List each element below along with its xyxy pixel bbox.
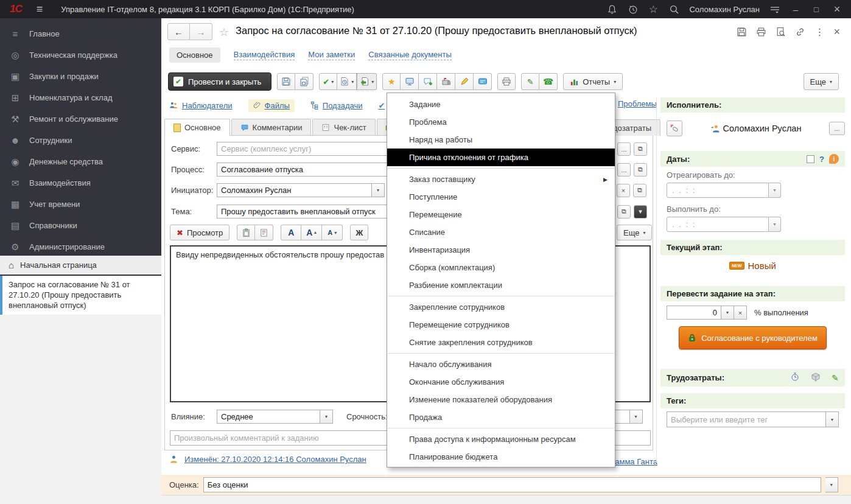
executor-more-button[interactable]: ...: [829, 122, 845, 135]
more-button[interactable]: Еще▾: [804, 73, 839, 90]
help-link[interactable]: ?: [819, 155, 824, 164]
menu-item-budget-planning[interactable]: Планирование бюджета: [387, 448, 615, 466]
service-settings-icon[interactable]: [769, 4, 780, 15]
favorite-star-icon[interactable]: ☆: [219, 26, 229, 39]
bold-button[interactable]: Ж: [350, 225, 368, 240]
tags-input[interactable]: [667, 411, 826, 427]
menu-item-access-rights[interactable]: Права доступа к информационным ресурсам: [387, 430, 615, 448]
subject-dropdown[interactable]: ▾: [634, 205, 647, 219]
observers-link[interactable]: Наблюдатели: [169, 101, 233, 110]
stopwatch-icon[interactable]: [790, 372, 800, 383]
menu-item-unassign-employees[interactable]: Снятие закрепления сотрудников: [387, 334, 615, 351]
complete-until-input[interactable]: . . : :: [667, 217, 769, 232]
history-icon[interactable]: [627, 4, 638, 15]
window-close-icon[interactable]: ×: [832, 4, 842, 15]
reports-button[interactable]: Отчеты▾: [563, 73, 623, 90]
react-until-input[interactable]: . . : :: [667, 183, 769, 198]
font-increase-button[interactable]: А▾: [301, 225, 322, 240]
home-page-item[interactable]: ⌂ Начальная страница: [0, 256, 161, 275]
back-button[interactable]: ←: [167, 23, 190, 40]
track-time-button[interactable]: ✎: [521, 73, 539, 90]
modified-link[interactable]: Изменён: 27.10.2020 12:14:16 Соломахин Р…: [184, 455, 366, 464]
current-user[interactable]: Соломахин Руслан: [689, 5, 760, 14]
add-favorite-button[interactable]: ★: [382, 73, 401, 90]
break-link-button[interactable]: [667, 121, 682, 136]
initiator-input[interactable]: [217, 183, 372, 197]
menu-item-disassembly[interactable]: Разбиение комплектации: [387, 276, 615, 294]
rating-dropdown[interactable]: ▾: [825, 477, 838, 492]
close-window-icon[interactable]: ×: [833, 26, 840, 38]
problems-link[interactable]: Проблемы: [618, 99, 657, 108]
service-select-button[interactable]: ...: [617, 142, 631, 156]
initiator-open-button[interactable]: ⧉: [633, 184, 646, 197]
tags-dropdown[interactable]: ▾: [826, 411, 839, 427]
open-window-tab[interactable]: Запрос на согласование № 31 от 27.10.20 …: [0, 276, 161, 315]
tab-main[interactable]: Основное: [164, 119, 230, 136]
get-link-icon[interactable]: [795, 27, 805, 37]
create-on-basis-button[interactable]: ▾: [357, 73, 377, 90]
add-comment-button[interactable]: [419, 73, 437, 90]
menu-item-equipment-indicators[interactable]: Изменение показателей оборудования: [387, 391, 615, 408]
minimize-icon[interactable]: –: [790, 4, 801, 15]
sidebar-item-catalogs[interactable]: ▤Справочники: [0, 215, 161, 236]
react-until-dropdown[interactable]: ▾: [769, 183, 781, 198]
notifications-bell-icon[interactable]: [606, 4, 617, 15]
nav-related-documents[interactable]: Связанные документы: [368, 50, 452, 60]
materials-box-icon[interactable]: [811, 372, 821, 383]
mailbox-button[interactable]: [437, 73, 455, 90]
hamburger-icon[interactable]: ≡: [37, 3, 43, 16]
forward-button[interactable]: →: [190, 23, 212, 40]
initiator-clear-button[interactable]: ×: [617, 184, 630, 197]
process-select-button[interactable]: ...: [617, 163, 631, 177]
highlighter-button[interactable]: [455, 73, 474, 90]
tab-checklist[interactable]: Чек-лист: [312, 119, 375, 135]
dates-checkbox[interactable]: [807, 155, 814, 163]
menu-item-inventory[interactable]: Инвентаризация: [387, 241, 615, 259]
service-open-button[interactable]: ⧉: [634, 142, 647, 156]
paste-button[interactable]: [237, 225, 255, 240]
sidebar-item-repair-service[interactable]: ⚒Ремонт и обслуживание: [0, 108, 161, 130]
search-icon[interactable]: [668, 4, 679, 15]
save-icon[interactable]: [737, 27, 747, 37]
menu-item-sale[interactable]: Продажа: [387, 408, 615, 426]
font-decrease-button[interactable]: А▾: [322, 225, 343, 240]
post-and-close-button[interactable]: ✔ Провести и закрыть: [168, 72, 271, 91]
favorites-star-icon[interactable]: ☆: [648, 4, 659, 15]
percent-dropdown[interactable]: ▾: [721, 306, 734, 320]
menu-item-movement[interactable]: Перемещение: [387, 206, 615, 223]
sidebar-item-interactions[interactable]: ✉Взаимодействия: [0, 172, 161, 194]
rating-select[interactable]: [203, 477, 821, 492]
print-task-button[interactable]: [497, 73, 516, 90]
preview-icon[interactable]: [776, 27, 786, 37]
files-link[interactable]: Файлы: [248, 99, 295, 112]
editor-more-button[interactable]: Еще▾: [617, 225, 652, 240]
font-color-button[interactable]: А: [281, 225, 301, 240]
menu-item-task[interactable]: Задание: [387, 96, 615, 113]
print-icon[interactable]: [756, 27, 766, 37]
sidebar-item-administration[interactable]: ⚙Администрирование: [0, 236, 161, 257]
more-actions-icon[interactable]: ⋮: [814, 26, 824, 38]
menu-item-move-employees[interactable]: Перемещение сотрудников: [387, 316, 615, 334]
percent-input[interactable]: [667, 306, 721, 320]
initiator-dropdown[interactable]: ▾: [372, 183, 385, 197]
save-copy-button[interactable]: [295, 73, 313, 90]
stage-approve-button[interactable]: Согласование с руководителем: [679, 326, 827, 349]
preview-button[interactable]: ✖ Просмотр: [170, 225, 229, 240]
menu-item-service-start[interactable]: Начало обслуживания: [387, 355, 615, 373]
menu-item-work-order[interactable]: Наряд на работы: [387, 131, 615, 149]
percent-clear-button[interactable]: ×: [734, 306, 747, 320]
maximize-icon[interactable]: □: [811, 4, 822, 15]
sidebar-item-purchases-sales[interactable]: ▣Закупки и продажи: [0, 66, 161, 87]
subject-open-button[interactable]: ⧉: [617, 205, 631, 219]
menu-item-schedule-deviation[interactable]: Причина отклонения от графика: [387, 149, 615, 166]
urgency-dropdown[interactable]: ▾: [630, 410, 643, 424]
menu-item-writeoff[interactable]: Списание: [387, 223, 615, 241]
sidebar-item-tech-support[interactable]: ◎Техническая поддержка: [0, 44, 161, 66]
edit-efforts-pencil-icon[interactable]: ✎: [832, 373, 839, 383]
menu-item-service-end[interactable]: Окончание обслуживания: [387, 373, 615, 391]
sidebar-item-nomenclature-warehouse[interactable]: ⊞Номенклатура и склад: [0, 87, 161, 108]
call-button[interactable]: ☎: [539, 73, 558, 90]
postpone-task-button[interactable]: ▾: [337, 73, 357, 90]
nav-my-notes[interactable]: Мои заметки: [308, 50, 355, 60]
info-icon[interactable]: i: [829, 154, 839, 164]
